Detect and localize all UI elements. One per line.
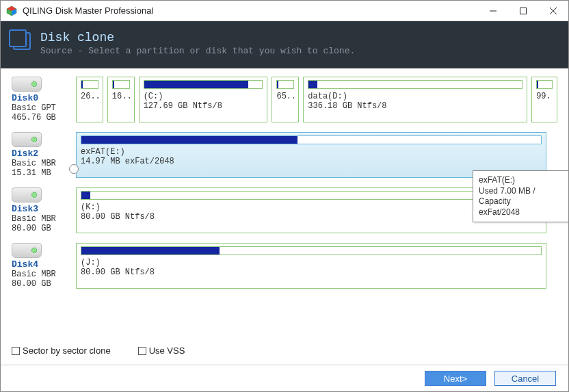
- partition[interactable]: 16...: [107, 77, 135, 122]
- usage-bar: [112, 80, 130, 89]
- app-logo-icon: [6, 5, 17, 16]
- checkbox-label: Use VSS: [149, 345, 185, 356]
- partition-label: (C:): [144, 92, 263, 101]
- page-subtitle: Source - Select a partition or disk that…: [40, 46, 355, 56]
- partition[interactable]: 65...: [272, 77, 299, 122]
- partition[interactable]: (J:)80.00 GB Ntfs/8: [76, 243, 546, 289]
- disk-name: Disk4: [12, 259, 72, 270]
- checkbox-label: Sector by sector clone: [23, 345, 111, 356]
- disk-info: Disk3Basic MBR80.00 GB: [12, 187, 72, 233]
- partition-info: 16...: [112, 92, 130, 101]
- disk-name: Disk0: [12, 93, 72, 103]
- partition-strip: (J:)80.00 GB Ntfs/8: [76, 243, 557, 289]
- next-button[interactable]: Next>: [425, 371, 486, 386]
- partition[interactable]: data(D:)336.18 GB Ntfs/8: [303, 77, 527, 122]
- disk-type: Basic MBR: [12, 214, 72, 224]
- tooltip-line: Used 7.00 MB / Capacity: [479, 186, 563, 207]
- usage-bar: [536, 80, 553, 89]
- tooltip-line: exFat/2048: [479, 207, 563, 218]
- clone-icon: [13, 32, 31, 50]
- disk-icon: [12, 243, 42, 258]
- disk-size: 15.31 MB: [12, 168, 72, 178]
- use-vss-checkbox[interactable]: Use VSS: [138, 345, 185, 356]
- disk-type: Basic GPT: [12, 103, 72, 113]
- usage-bar: [81, 80, 98, 89]
- disk-info: Disk2Basic MBR15.31 MB: [12, 132, 72, 178]
- usage-bar: [308, 80, 522, 89]
- partition-info: 26...: [81, 92, 98, 101]
- close-button[interactable]: [538, 1, 568, 21]
- partition-info: 65...: [276, 92, 294, 101]
- partition-label: exFAT(E:): [81, 147, 542, 157]
- disk-info: Disk4Basic MBR80.00 GB: [12, 243, 72, 289]
- divider: [1, 365, 568, 365]
- usage-bar: [144, 80, 263, 89]
- usage-bar: [81, 246, 542, 255]
- page-header: Disk clone Source - Select a partition o…: [1, 21, 568, 68]
- usage-bar: [81, 135, 542, 144]
- tooltip-line: exFAT(E:): [479, 175, 563, 186]
- minimize-button[interactable]: [478, 1, 508, 21]
- partition-info: 336.18 GB Ntfs/8: [308, 101, 522, 111]
- partition-info: 99...: [536, 92, 553, 101]
- partition-tooltip: exFAT(E:) Used 7.00 MB / Capacity exFat/…: [473, 170, 569, 222]
- window-title: QILING Disk Master Professional: [23, 5, 478, 16]
- usage-bar: [276, 80, 294, 89]
- disk-row[interactable]: Disk0Basic GPT465.76 GB26...16...(C:)127…: [12, 77, 557, 122]
- partition-strip: 26...16...(C:)127.69 GB Ntfs/865...data(…: [76, 77, 557, 122]
- disk-icon: [12, 132, 42, 147]
- partition-info: 127.69 GB Ntfs/8: [144, 101, 263, 111]
- sector-by-sector-checkbox[interactable]: Sector by sector clone: [12, 345, 111, 356]
- disk-name: Disk3: [12, 204, 72, 214]
- maximize-button[interactable]: [508, 1, 538, 21]
- disk-radio[interactable]: [69, 164, 79, 174]
- partition-info: 80.00 GB Ntfs/8: [81, 267, 542, 277]
- partition-label: (J:): [81, 258, 542, 267]
- disk-info: Disk0Basic GPT465.76 GB: [12, 77, 72, 122]
- partition[interactable]: 99...: [531, 77, 557, 122]
- disk-icon: [12, 77, 42, 92]
- titlebar: QILING Disk Master Professional: [1, 1, 568, 21]
- partition[interactable]: (C:)127.69 GB Ntfs/8: [139, 77, 268, 122]
- cancel-button[interactable]: Cancel: [494, 371, 556, 386]
- disk-icon: [12, 187, 42, 202]
- disk-size: 465.76 GB: [12, 113, 72, 122]
- disk-type: Basic MBR: [12, 159, 72, 168]
- disk-type: Basic MBR: [12, 270, 72, 279]
- page-title: Disk clone: [40, 31, 355, 44]
- partition[interactable]: 26...: [76, 77, 103, 122]
- svg-rect-4: [520, 8, 527, 14]
- disk-name: Disk2: [12, 148, 72, 159]
- disk-size: 80.00 GB: [12, 224, 72, 233]
- partition-info: 14.97 MB exFat/2048: [81, 157, 542, 166]
- partition-label: data(D:): [308, 92, 522, 101]
- disk-row[interactable]: Disk4Basic MBR80.00 GB(J:)80.00 GB Ntfs/…: [12, 243, 557, 289]
- disk-size: 80.00 GB: [12, 279, 72, 289]
